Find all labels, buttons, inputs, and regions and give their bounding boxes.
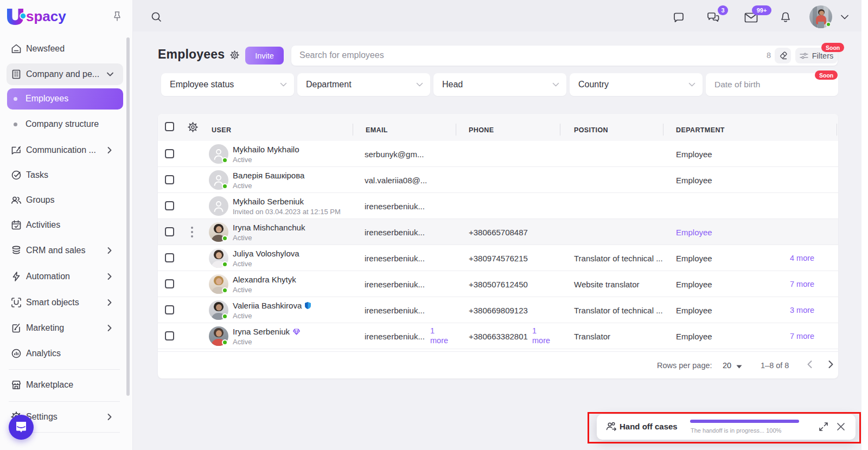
svg-text:spacy: spacy [26, 8, 66, 24]
